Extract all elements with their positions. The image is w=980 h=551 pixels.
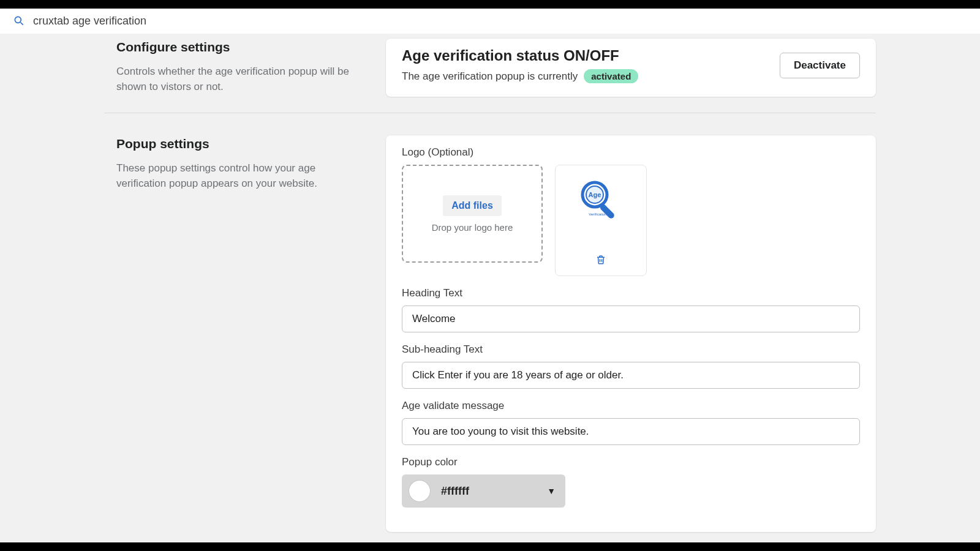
subheading-label: Sub-heading Text xyxy=(402,343,860,356)
popup-settings-card: Logo (Optional) Add files Drop your logo… xyxy=(386,135,876,532)
app-header: cruxtab age verification xyxy=(0,9,980,34)
popup-color-picker[interactable]: #ffffff ▼ xyxy=(402,474,565,508)
status-title: Age verification status ON/OFF xyxy=(402,47,638,64)
svg-rect-5 xyxy=(599,203,616,220)
drop-hint: Drop your logo here xyxy=(432,222,513,233)
section-divider xyxy=(104,113,876,113)
deactivate-button[interactable]: Deactivate xyxy=(780,53,860,78)
logo-label: Logo (Optional) xyxy=(402,146,860,159)
heading-input[interactable] xyxy=(402,305,860,332)
popup-desc: These popup settings control how your ag… xyxy=(116,161,361,191)
configure-desc: Controls whether the age verification po… xyxy=(116,64,361,94)
popup-title: Popup settings xyxy=(116,137,361,151)
validate-label: Age validate message xyxy=(402,400,860,412)
section-configure: Configure settings Controls whether the … xyxy=(104,34,876,111)
status-text: The age verification popup is currently xyxy=(402,70,578,83)
configure-title: Configure settings xyxy=(116,40,361,54)
svg-text:Verification: Verification xyxy=(589,212,606,216)
color-swatch xyxy=(409,481,430,501)
chevron-down-icon: ▼ xyxy=(547,486,556,496)
add-files-button[interactable]: Add files xyxy=(443,195,502,216)
svg-text:Age: Age xyxy=(589,191,601,198)
subheading-input[interactable] xyxy=(402,362,860,389)
status-badge: activated xyxy=(584,69,638,83)
app-title: cruxtab age verification xyxy=(33,15,146,28)
logo-preview: Age Verification xyxy=(555,165,647,276)
validate-input[interactable] xyxy=(402,418,860,445)
color-value: #ffffff xyxy=(441,485,536,498)
logo-dropzone[interactable]: Add files Drop your logo here xyxy=(402,165,543,263)
svg-point-0 xyxy=(15,17,21,23)
logo-preview-image: Age Verification xyxy=(576,178,625,227)
svg-line-1 xyxy=(21,23,23,25)
popup-color-label: Popup color xyxy=(402,456,860,468)
status-card: Age verification status ON/OFF The age v… xyxy=(386,39,876,97)
heading-label: Heading Text xyxy=(402,287,860,299)
search-icon xyxy=(12,14,26,28)
section-popup: Popup settings These popup settings cont… xyxy=(104,130,876,547)
trash-icon[interactable] xyxy=(595,254,606,268)
